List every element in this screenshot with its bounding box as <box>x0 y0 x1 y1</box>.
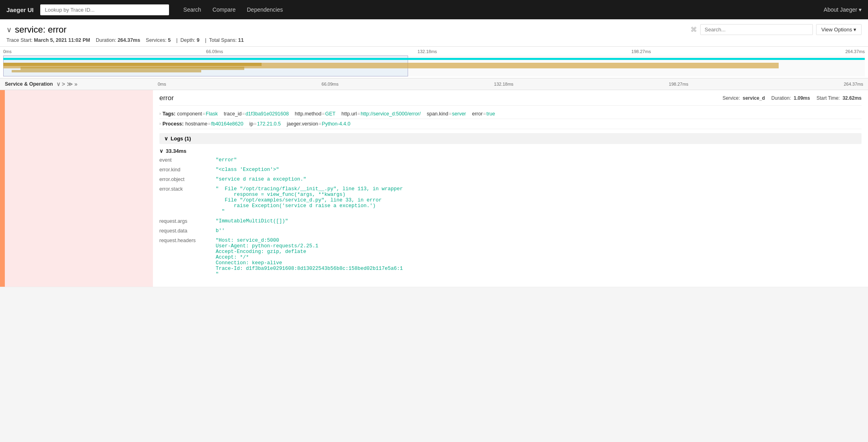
minimap-bar-3 <box>21 67 245 70</box>
span-indent-bar <box>0 90 5 287</box>
log-val-event: "error" <box>216 156 862 164</box>
log-entry-0: ∨ 33.34ms event "error" error.kind "<cla… <box>159 146 862 278</box>
detail-duration-value: 1.09ms <box>794 95 810 101</box>
detail-op-name: error <box>159 94 174 102</box>
nav-double-down[interactable]: ≫ <box>67 81 73 87</box>
duration-value: 264.37ms <box>118 37 140 43</box>
process-hostname: hostname=fb40164e8620 <box>185 121 243 127</box>
log-val-request-data: b'' <box>216 227 862 234</box>
view-options-button[interactable]: View Options ▾ <box>816 24 862 35</box>
detail-service-value: service_d <box>742 95 765 101</box>
logs-chevron: ∨ <box>164 136 168 142</box>
trace-id-search-input[interactable] <box>40 4 169 15</box>
nav-search[interactable]: Search <box>179 3 206 16</box>
trace-collapse-chevron[interactable]: ∨ <box>6 25 12 34</box>
log-val-request-headers: "Host: service_d:5000 User-Agent: python… <box>216 237 862 278</box>
trace-search-input[interactable] <box>700 24 813 35</box>
spans-nav: ∨ > ≫ » <box>56 81 78 87</box>
log-ts-chevron: ∨ <box>159 148 163 154</box>
detail-process-row: › Process: hostname=fb40164e8620 ip=172.… <box>159 119 862 129</box>
tag-error: error=true <box>472 111 495 117</box>
log-key-error-stack: error.stack <box>159 185 216 193</box>
log-key-request-headers: request.headers <box>159 237 216 244</box>
minimap-bar-4 <box>12 70 201 72</box>
process-jaeger-version: jaeger.version=Python-4.4.0 <box>287 121 350 127</box>
detail-start-time: Start Time: 32.62ms <box>816 95 862 101</box>
logs-section: ∨ Logs (1) ∨ 33.34ms event "error" error… <box>159 133 862 278</box>
spans-container: Service & Operation ∨ > ≫ » 0ms 66.09ms … <box>0 78 868 287</box>
log-val-request-args: "ImmutableMultiDict([])" <box>216 218 862 225</box>
minimap-top-bar <box>3 58 865 60</box>
nav-down[interactable]: ∨ <box>56 81 60 87</box>
spans-header-left: Service & Operation ∨ > ≫ » <box>0 81 153 87</box>
minimap-bar-2 <box>3 63 262 66</box>
log-key-request-data: request.data <box>159 227 216 234</box>
depth-value: 9 <box>197 37 200 43</box>
total-spans-value: 11 <box>238 37 244 43</box>
tag-http-url: http.url=http://service_d:5000/error/ <box>342 111 421 117</box>
tags-label[interactable]: Tags: <box>163 111 175 117</box>
span-tick-3: 198.27ms <box>669 82 688 86</box>
process-label[interactable]: Process: <box>163 121 184 127</box>
detail-panel: error Service: service_d Duration: 1.09m… <box>153 90 868 287</box>
span-row: error Service: service_d Duration: 1.09m… <box>0 90 868 287</box>
log-ts-value: 33.34ms <box>166 148 186 154</box>
span-tick-0: 0ms <box>158 82 166 86</box>
log-fields: event "error" error.kind "<class 'Except… <box>159 156 862 278</box>
span-tick-4: 264.37ms <box>844 82 863 86</box>
trace-start-value: March 5, 2021 11:02 PM <box>34 37 90 43</box>
nav-right[interactable]: > <box>62 81 65 87</box>
trace-start-label: Trace Start: <box>6 37 33 43</box>
about-jaeger-link[interactable]: About Jaeger ▾ <box>824 6 862 13</box>
tick-0: 0ms <box>3 49 12 54</box>
navbar: Jaeger UI Search Compare Dependencies Ab… <box>0 0 868 19</box>
detail-start-time-value: 32.62ms <box>843 95 862 101</box>
nav-dependencies[interactable]: Dependencies <box>242 3 288 16</box>
log-key-error-object: error.object <box>159 176 216 183</box>
navbar-links: Search Compare Dependencies <box>179 3 288 16</box>
services-label: Services: <box>146 37 166 43</box>
detail-meta: Service: service_d Duration: 1.09ms Star… <box>722 95 862 101</box>
process-ip: ip=172.21.0.5 <box>249 121 281 127</box>
cmd-icon: ⌘ <box>691 26 697 33</box>
trace-header: ∨ service: error ⌘ View Options ▾ Trace … <box>0 19 868 47</box>
depth-sep: | <box>176 37 177 43</box>
trace-title-row: ∨ service: error ⌘ View Options ▾ <box>6 24 862 35</box>
spans-header-timeline: 0ms 66.09ms 132.18ms 198.27ms 264.37ms <box>153 82 868 86</box>
detail-tags-row: › Tags: component=Flask trace_id=d1f3ba9… <box>159 109 862 119</box>
services-value: 5 <box>168 37 171 43</box>
tick-2: 132.18ms <box>418 49 437 54</box>
log-timestamp[interactable]: ∨ 33.34ms <box>159 146 862 156</box>
tags-arrow[interactable]: › <box>159 111 161 116</box>
tag-component: component=Flask <box>177 111 218 117</box>
tag-http-method: http.method=GET <box>295 111 336 117</box>
tick-4: 264.37ms <box>845 49 865 54</box>
nav-double-right[interactable]: » <box>74 81 78 87</box>
log-val-error-stack: " File "/opt/tracing/flask/__init__.py",… <box>216 185 862 215</box>
minimap-ticks: 0ms 66.09ms 132.18ms 198.27ms 264.37ms <box>0 49 868 54</box>
tag-trace-id: trace_id=d1f3ba91e0291608 <box>224 111 289 117</box>
process-arrow[interactable]: › <box>159 121 161 126</box>
trace-search-row: ⌘ View Options ▾ <box>691 24 862 35</box>
duration-label: Duration: <box>96 37 116 43</box>
trace-service-name: service: error <box>15 25 66 35</box>
span-label-content <box>5 90 153 287</box>
span-tick-2: 132.18ms <box>494 82 513 86</box>
log-key-event: event <box>159 156 216 164</box>
log-key-error-kind: error.kind <box>159 166 216 173</box>
nav-compare[interactable]: Compare <box>208 3 241 16</box>
trace-title: ∨ service: error <box>6 25 66 35</box>
span-tick-1: 66.09ms <box>322 82 338 86</box>
service-operation-label: Service & Operation <box>5 81 53 87</box>
log-val-error-kind: "<class 'Exception'>" <box>216 166 862 173</box>
log-key-request-args: request.args <box>159 218 216 225</box>
logs-label: Logs (1) <box>171 136 191 142</box>
timeline-minimap: 0ms 66.09ms 132.18ms 198.27ms 264.37ms <box>0 47 868 78</box>
tick-3: 198.27ms <box>631 49 651 54</box>
spans-header: Service & Operation ∨ > ≫ » 0ms 66.09ms … <box>0 78 868 90</box>
trace-meta: Trace Start: March 5, 2021 11:02 PM Dura… <box>6 37 862 43</box>
detail-duration: Duration: 1.09ms <box>771 95 810 101</box>
minimap-canvas[interactable] <box>3 56 865 76</box>
logs-header[interactable]: ∨ Logs (1) <box>159 133 862 144</box>
detail-header: error Service: service_d Duration: 1.09m… <box>159 90 862 106</box>
